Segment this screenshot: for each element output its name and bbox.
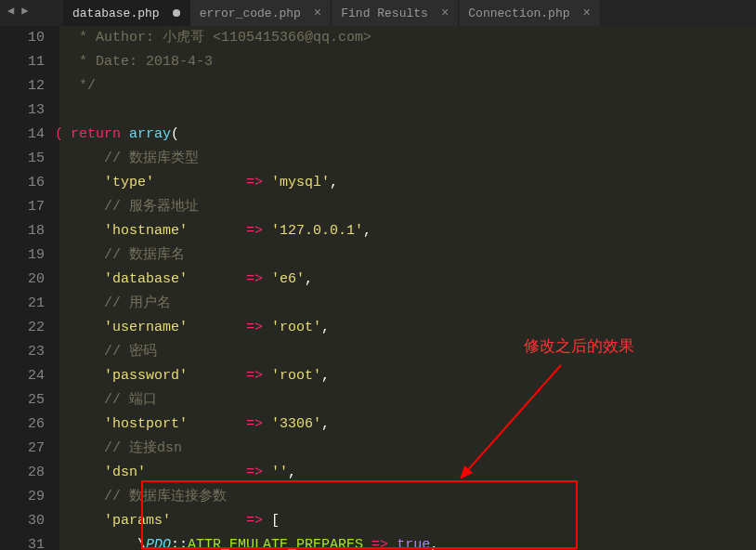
line-number: 19 [0,243,45,268]
line-number: 29 [0,485,45,509]
code-line [59,98,756,123]
code-line: // 连接dsn [59,437,756,461]
line-number: 13 [0,98,45,123]
code-line: 'hostport' => '3306', [59,412,756,437]
line-number: 25 [0,388,45,412]
line-number: 22 [0,316,45,340]
code-line: 'params' => [ [59,509,756,533]
tab-error_code-php[interactable]: error_code.php× [190,0,332,26]
close-icon[interactable]: × [314,7,321,20]
dirty-indicator-icon [173,9,180,17]
code-line: 'password' => 'root', [59,364,756,388]
code-line: // 数据库连接参数 [59,485,756,509]
line-number: 10 [0,26,45,50]
code-line: */ [59,74,756,98]
line-number: 16 [0,171,45,195]
code-line: 'type' => 'mysql', [59,171,756,195]
tab-bar: database.phperror_code.php×Find Results×… [0,0,756,26]
line-number: 15 [0,147,45,171]
line-number: 14 [0,123,45,147]
line-number: 26 [0,412,45,437]
line-number: 27 [0,437,45,461]
code-line: \PDO::ATTR_EMULATE_PREPARES => true, [59,533,756,550]
code-line: 'hostname' => '127.0.0.1', [59,219,756,243]
editor-area: ( 10111213141516171819202122232425262728… [0,26,756,550]
tab-database-php[interactable]: database.php [63,0,190,26]
tab-Find-Results[interactable]: Find Results× [332,0,459,26]
tab-label: database.php [72,7,160,20]
line-number: 28 [0,461,45,485]
close-icon[interactable]: × [583,7,591,20]
gutter-paren-marker: ( [55,126,63,142]
line-number: 18 [0,219,45,243]
code-line: 'database' => 'e6', [59,268,756,292]
line-number: 30 [0,509,45,533]
line-number: 23 [0,340,45,364]
tab-label: error_code.php [200,7,301,20]
line-number: 20 [0,268,45,292]
line-number-gutter: 1011121314151617181920212223242526272829… [0,26,59,550]
code-line: // 密码 [59,340,756,364]
nav-forward-icon[interactable]: ▶ [21,4,28,18]
line-number: 31 [0,533,45,550]
line-number: 11 [0,50,45,74]
code-line: * Date: 2018-4-3 [59,50,756,74]
line-number: 24 [0,364,45,388]
tab-label: Connection.php [468,7,569,20]
code-line: 'dsn' => '', [59,461,756,485]
code-line: return array( [59,123,756,147]
line-number: 21 [0,292,45,316]
tab-Connection-php[interactable]: Connection.php× [459,0,601,26]
code-view[interactable]: 修改之后的效果 * Author: 小虎哥 <1105415366@qq.com… [59,26,756,550]
code-line: // 端口 [59,388,756,412]
code-line: * Author: 小虎哥 <1105415366@qq.com> [59,26,756,50]
line-number: 17 [0,195,45,219]
tab-label: Find Results [341,7,428,20]
code-line: // 数据库类型 [59,147,756,171]
nav-arrows: ◀ ▶ [7,4,28,18]
nav-back-icon[interactable]: ◀ [7,4,14,18]
code-line: // 数据库名 [59,243,756,268]
code-line: 'username' => 'root', [59,316,756,340]
line-number: 12 [0,74,45,98]
code-line: // 用户名 [59,292,756,316]
code-line: // 服务器地址 [59,195,756,219]
close-icon[interactable]: × [441,7,449,20]
